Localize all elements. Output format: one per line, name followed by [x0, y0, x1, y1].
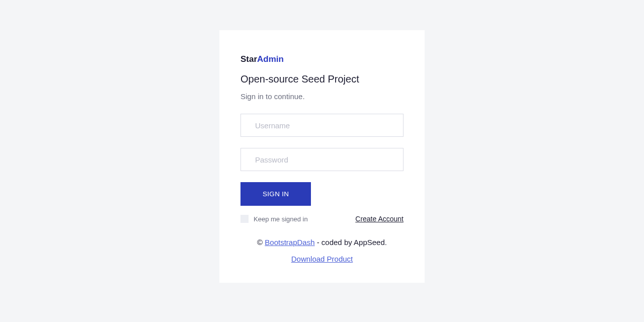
brand-logo-part2: Admin [257, 54, 284, 64]
vendor-link[interactable]: BootstrapDash [265, 238, 314, 247]
login-card: StarAdmin Open-source Seed Project Sign … [219, 30, 425, 283]
download-wrap: Download Product [240, 255, 404, 264]
password-group [240, 148, 404, 171]
download-product-link[interactable]: Download Product [291, 255, 353, 263]
keep-signed-label: Keep me signed in [254, 215, 308, 223]
keep-signed-wrap: Keep me signed in [240, 215, 308, 223]
page-subheading: Sign in to continue. [240, 92, 404, 101]
create-account-link[interactable]: Create Account [355, 215, 404, 223]
keep-signed-checkbox[interactable] [240, 215, 249, 223]
brand-logo-part1: Star [240, 54, 257, 64]
footer-text: © BootstrapDash - coded by AppSeed. [240, 238, 404, 247]
username-input[interactable] [240, 114, 404, 137]
password-input[interactable] [240, 148, 404, 171]
copyright-symbol: © [257, 238, 265, 247]
page-heading: Open-source Seed Project [240, 73, 404, 85]
brand-logo: StarAdmin [240, 54, 404, 64]
coded-by-text: - coded by AppSeed. [315, 238, 387, 247]
signin-button[interactable]: SIGN IN [240, 182, 311, 206]
username-group [240, 114, 404, 137]
options-row: Keep me signed in Create Account [240, 215, 404, 223]
